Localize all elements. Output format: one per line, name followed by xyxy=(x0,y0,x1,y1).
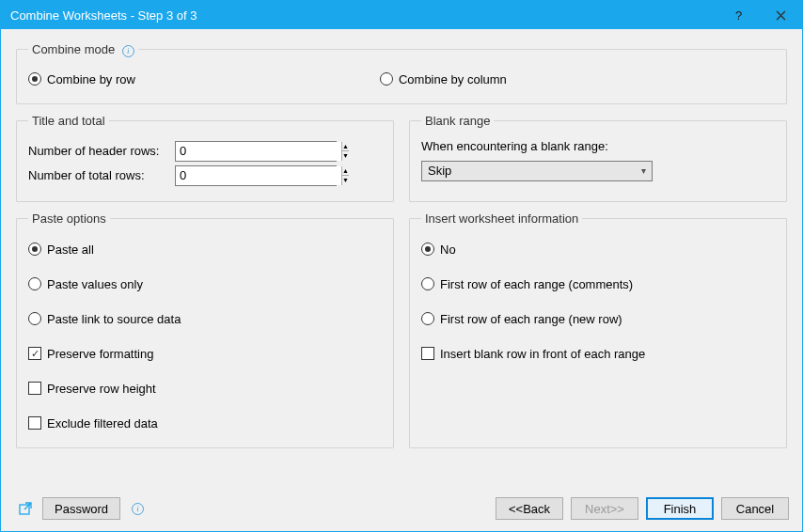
external-link-button[interactable] xyxy=(16,499,35,518)
blank-range-legend: Blank range xyxy=(421,114,494,128)
spinner-up-icon[interactable]: ▲ xyxy=(342,166,349,177)
radio-icon xyxy=(28,312,41,325)
radio-icon xyxy=(28,243,41,256)
combine-mode-legend-text: Combine mode xyxy=(32,42,115,56)
combine-by-column-label: Combine by column xyxy=(399,72,507,86)
close-button[interactable] xyxy=(760,1,802,29)
paste-all-radio[interactable]: Paste all xyxy=(28,243,382,257)
combine-by-row-label: Combine by row xyxy=(47,72,135,86)
dialog-window: Combine Worksheets - Step 3 of 3 ? Combi… xyxy=(0,0,803,532)
radio-icon xyxy=(421,243,434,256)
total-rows-input[interactable] xyxy=(176,166,341,185)
preserve-row-height-label: Preserve row height xyxy=(47,382,156,396)
blank-range-group: Blank range When encountering a blank ra… xyxy=(409,114,787,202)
exclude-filtered-check[interactable]: Exclude filtered data xyxy=(28,416,382,430)
checkbox-icon xyxy=(28,416,41,430)
paste-link-radio[interactable]: Paste link to source data xyxy=(28,312,382,326)
external-link-icon xyxy=(18,501,33,516)
title-total-group: Title and total Number of header rows: ▲… xyxy=(16,114,394,202)
chevron-down-icon: ▾ xyxy=(641,165,646,176)
checkbox-icon xyxy=(421,347,434,360)
insert-info-group: Insert worksheet information No First ro… xyxy=(409,211,787,448)
close-icon xyxy=(776,10,786,21)
header-rows-label: Number of header rows: xyxy=(28,144,169,158)
combine-by-column-radio[interactable]: Combine by column xyxy=(380,72,507,86)
next-button-label: Next>> xyxy=(585,502,624,516)
radio-icon xyxy=(28,72,41,86)
total-rows-label: Number of total rows: xyxy=(28,168,169,182)
exclude-filtered-label: Exclude filtered data xyxy=(47,416,158,430)
back-button[interactable]: <<Back xyxy=(496,497,563,520)
cancel-button-label: Cancel xyxy=(736,502,774,516)
spinner-down-icon[interactable]: ▼ xyxy=(342,151,349,161)
finish-button-label: Finish xyxy=(664,502,697,516)
paste-all-label: Paste all xyxy=(47,243,94,257)
paste-link-label: Paste link to source data xyxy=(47,312,181,326)
insert-blank-row-check[interactable]: Insert blank row in front of each range xyxy=(421,347,775,361)
password-button-label: Password xyxy=(55,502,108,516)
finish-button[interactable]: Finish xyxy=(646,497,714,520)
spinner-up-icon[interactable]: ▲ xyxy=(342,142,349,152)
blank-range-select-value: Skip xyxy=(428,164,451,178)
insert-first-comments-label: First row of each range (comments) xyxy=(440,277,633,291)
checkbox-icon xyxy=(28,382,41,395)
header-rows-input[interactable] xyxy=(176,142,341,161)
insert-blank-row-label: Insert blank row in front of each range xyxy=(440,347,645,361)
back-button-label: <<Back xyxy=(509,502,550,516)
radio-icon xyxy=(380,72,393,86)
preserve-formatting-check[interactable]: Preserve formatting xyxy=(28,347,382,361)
insert-info-legend: Insert worksheet information xyxy=(421,211,582,226)
paste-values-radio[interactable]: Paste values only xyxy=(28,277,382,291)
info-icon[interactable]: i xyxy=(132,503,144,515)
radio-icon xyxy=(421,277,434,290)
header-rows-spinner[interactable]: ▲ ▼ xyxy=(175,141,337,162)
password-button[interactable]: Password xyxy=(42,497,120,520)
combine-mode-legend: Combine mode i xyxy=(28,42,138,57)
insert-no-label: No xyxy=(440,243,456,257)
combine-by-row-radio[interactable]: Combine by row xyxy=(28,72,135,86)
title-total-legend: Title and total xyxy=(28,114,109,128)
info-icon[interactable]: i xyxy=(122,45,134,57)
total-rows-spinner[interactable]: ▲ ▼ xyxy=(175,165,337,186)
paste-options-legend: Paste options xyxy=(28,211,110,226)
blank-range-select[interactable]: Skip ▾ xyxy=(421,161,653,181)
combine-mode-group: Combine mode i Combine by row Combine by… xyxy=(16,42,787,104)
checkbox-icon xyxy=(28,347,41,360)
insert-first-newrow-radio[interactable]: First row of each range (new row) xyxy=(421,312,775,326)
insert-first-comments-radio[interactable]: First row of each range (comments) xyxy=(421,277,775,291)
window-title: Combine Worksheets - Step 3 of 3 xyxy=(10,8,717,23)
preserve-formatting-label: Preserve formatting xyxy=(47,347,153,361)
blank-range-label: When encountering a blank range: xyxy=(421,139,775,153)
radio-icon xyxy=(421,312,434,325)
help-button[interactable]: ? xyxy=(717,1,760,29)
paste-values-label: Paste values only xyxy=(47,277,143,291)
preserve-row-height-check[interactable]: Preserve row height xyxy=(28,382,382,396)
insert-no-radio[interactable]: No xyxy=(421,243,775,257)
titlebar: Combine Worksheets - Step 3 of 3 ? xyxy=(1,1,802,29)
insert-first-newrow-label: First row of each range (new row) xyxy=(440,312,622,326)
cancel-button[interactable]: Cancel xyxy=(721,497,789,520)
spinner-down-icon[interactable]: ▼ xyxy=(342,176,349,185)
footer: Password i <<Back Next>> Finish Cancel xyxy=(1,497,802,531)
next-button: Next>> xyxy=(571,497,638,520)
radio-icon xyxy=(28,277,41,290)
paste-options-group: Paste options Paste all Paste values onl… xyxy=(16,211,394,448)
